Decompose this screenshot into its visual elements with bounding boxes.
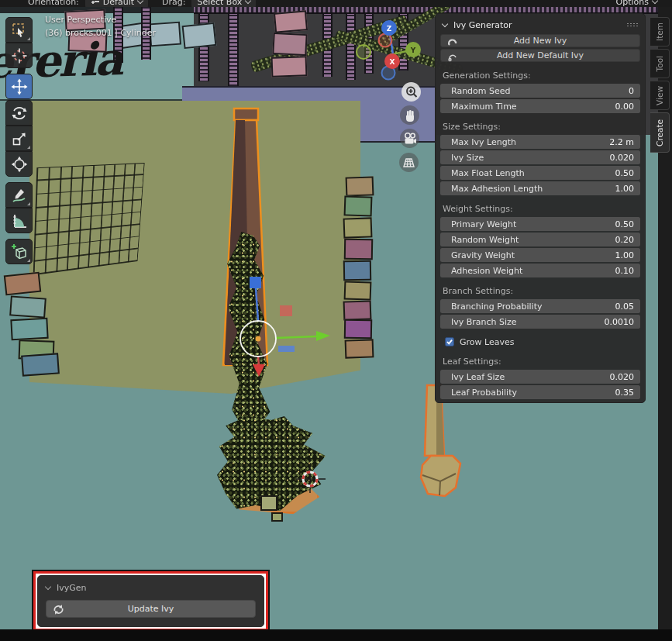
scene-box[interactable] bbox=[274, 10, 308, 33]
field-leaf-probability[interactable]: Leaf Probability 0.35 bbox=[440, 385, 640, 399]
field-max-adhesion-length[interactable]: Max Adhesion Length 1.00 bbox=[440, 181, 640, 195]
window-bottom-edge bbox=[0, 629, 672, 641]
add-new-ivy-button[interactable]: Add New Ivy bbox=[440, 34, 640, 47]
move-icon bbox=[11, 78, 28, 95]
drag-label: Drag: bbox=[162, 0, 185, 7]
scale-icon bbox=[11, 130, 28, 147]
drag-handle-icon[interactable] bbox=[626, 22, 638, 27]
hand-icon bbox=[403, 109, 417, 122]
brick[interactable] bbox=[4, 272, 41, 296]
cursor-tool-icon bbox=[11, 47, 28, 64]
chevron-down-icon bbox=[137, 0, 143, 4]
scene-box[interactable] bbox=[271, 56, 308, 78]
blender-window: Orientation: Default Drag: Select Box Op… bbox=[0, 0, 672, 641]
section-label: Leaf Settings: bbox=[436, 357, 645, 367]
field-adhesion-weight[interactable]: Adhesion Weight 0.10 bbox=[440, 264, 640, 277]
update-ivy-button[interactable]: Update Ivy bbox=[46, 600, 256, 618]
field-max-float-length[interactable]: Max Float Length 0.50 bbox=[440, 166, 640, 180]
tool-scale[interactable] bbox=[5, 126, 33, 151]
brick[interactable] bbox=[21, 353, 60, 376]
tool-add-primitive[interactable] bbox=[5, 239, 33, 264]
panel-header[interactable]: Ivy Generator bbox=[436, 16, 645, 34]
orientation-label: Orientation: bbox=[28, 0, 79, 7]
ivygen-panel-title: IvyGen bbox=[57, 583, 87, 593]
chevron-down-icon bbox=[652, 0, 658, 4]
options-menu[interactable]: Options bbox=[611, 0, 663, 7]
tab-create[interactable]: Create bbox=[650, 112, 670, 153]
brick[interactable] bbox=[343, 217, 373, 238]
annotate-pen-icon bbox=[11, 187, 28, 204]
add-cube-icon bbox=[11, 243, 28, 260]
zoom-button[interactable] bbox=[401, 82, 421, 102]
chevron-down-icon bbox=[245, 0, 251, 4]
field-gravity-weight[interactable]: Gravity Weight 1.00 bbox=[440, 248, 640, 262]
ivygen-panel-header[interactable]: IvyGen bbox=[46, 581, 256, 594]
section-label: Weight Settings: bbox=[436, 204, 645, 215]
sidebar-tabs: Item Tool View Create bbox=[650, 17, 670, 155]
drag-dropdown[interactable]: Select Box bbox=[191, 0, 256, 7]
checkbox-checked-icon bbox=[445, 337, 454, 346]
brick[interactable] bbox=[345, 339, 374, 358]
section-label: Branch Settings: bbox=[436, 286, 645, 297]
box-select-icon bbox=[11, 22, 28, 39]
curve-dot-icon bbox=[447, 51, 458, 62]
brick[interactable] bbox=[343, 260, 371, 281]
field-random-weight[interactable]: Random Weight 0.20 bbox=[440, 233, 640, 246]
scene-box[interactable] bbox=[272, 33, 307, 56]
orientation-dropdown[interactable]: Default bbox=[85, 0, 148, 7]
camera-view-button[interactable] bbox=[400, 129, 419, 148]
tool-transform[interactable] bbox=[5, 151, 33, 177]
ivygen-operator-panel: IvyGen Update Ivy bbox=[37, 575, 264, 627]
tab-item[interactable]: Item bbox=[650, 17, 670, 47]
tool-cursor[interactable] bbox=[5, 43, 33, 68]
brick[interactable] bbox=[344, 319, 372, 339]
pan-button[interactable] bbox=[400, 105, 419, 125]
tool-annotate[interactable] bbox=[5, 182, 33, 208]
orientation-icon bbox=[91, 0, 99, 5]
tab-tool[interactable]: Tool bbox=[650, 49, 670, 78]
field-ivy-leaf-size[interactable]: Ivy Leaf Size 0.020 bbox=[440, 370, 640, 384]
section-label: Size Settings: bbox=[436, 122, 645, 133]
tool-move[interactable] bbox=[5, 74, 33, 99]
chevron-down-icon bbox=[45, 583, 51, 589]
small-crate[interactable] bbox=[271, 512, 283, 522]
brick[interactable] bbox=[10, 318, 48, 340]
lattice-grid[interactable] bbox=[33, 163, 145, 275]
small-crate[interactable] bbox=[260, 495, 277, 511]
field-branching-probability[interactable]: Branching Probability 0.05 bbox=[440, 299, 640, 313]
panel-title: Ivy Generator bbox=[453, 20, 512, 30]
curve-icon bbox=[447, 36, 458, 47]
scene-post[interactable] bbox=[228, 7, 239, 86]
annotation-highlight-box: IvyGen Update Ivy bbox=[33, 571, 268, 629]
chevron-down-icon bbox=[442, 20, 448, 26]
ivy-generator-panel: Ivy Generator Add New Ivy Add New Defaul… bbox=[435, 13, 646, 403]
field-ivy-size[interactable]: Ivy Size 0.020 bbox=[440, 150, 640, 164]
camera-icon bbox=[402, 132, 417, 146]
field-random-seed[interactable]: Random Seed 0 bbox=[440, 84, 640, 98]
field-ivy-branch-size[interactable]: Ivy Branch Size 0.0010 bbox=[440, 315, 640, 329]
perspective-grid-icon bbox=[401, 156, 416, 170]
viewport-toolbar bbox=[5, 17, 33, 264]
add-new-default-ivy-button[interactable]: Add New Default Ivy bbox=[440, 49, 640, 62]
field-max-ivy-length[interactable]: Max Ivy Length 2.2 m bbox=[440, 135, 640, 149]
rotate-icon bbox=[11, 105, 28, 122]
measure-icon bbox=[11, 212, 28, 229]
magnifier-plus-icon bbox=[405, 85, 419, 99]
view-name-overlay: User Perspective bbox=[45, 15, 116, 25]
field-maximum-time[interactable]: Maximum Time 0.00 bbox=[440, 99, 640, 113]
brick[interactable] bbox=[344, 281, 372, 300]
tool-rotate[interactable] bbox=[5, 100, 33, 126]
tool-measure[interactable] bbox=[5, 208, 33, 233]
transform-icon bbox=[11, 156, 28, 173]
brick[interactable] bbox=[344, 239, 373, 260]
brick[interactable] bbox=[344, 195, 373, 216]
brick[interactable] bbox=[343, 300, 372, 320]
field-primary-weight[interactable]: Primary Weight 0.50 bbox=[440, 217, 640, 231]
brick[interactable] bbox=[346, 176, 374, 196]
tab-view[interactable]: View bbox=[650, 81, 670, 110]
brick[interactable] bbox=[9, 295, 47, 318]
active-object-overlay: (36) brocks.001 | Cylinder bbox=[45, 28, 156, 38]
tool-box-select[interactable] bbox=[5, 17, 33, 43]
toggle-ortho-button[interactable] bbox=[399, 153, 419, 172]
grow-leaves-checkbox[interactable]: Grow Leaves bbox=[445, 336, 640, 348]
